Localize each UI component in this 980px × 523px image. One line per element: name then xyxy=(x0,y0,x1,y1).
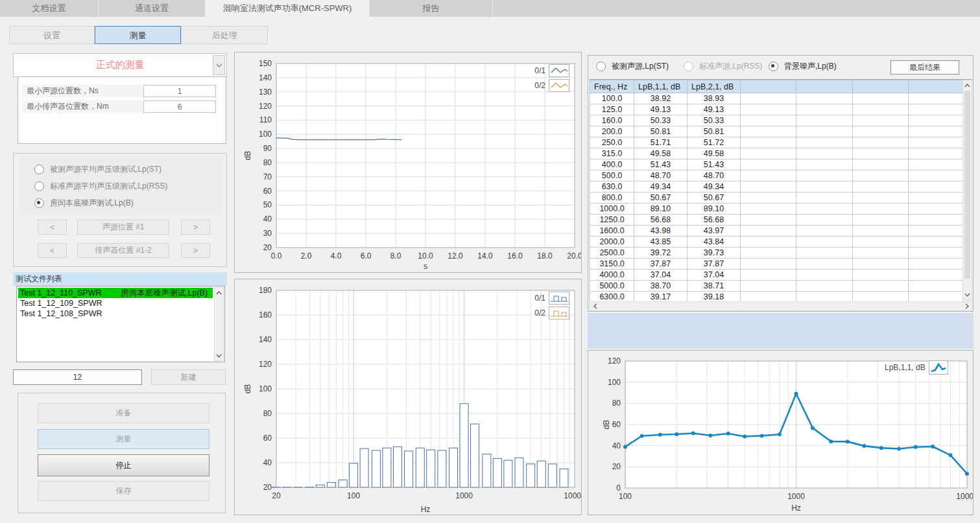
table-row[interactable]: 500.048.7048.70 xyxy=(590,170,963,181)
table-cell[interactable]: 6300.0 xyxy=(590,292,634,303)
radio-icon[interactable] xyxy=(34,165,44,174)
scroll-up-icon[interactable] xyxy=(963,81,972,89)
save-button[interactable]: 保存 xyxy=(38,481,209,501)
radio-icon[interactable] xyxy=(769,62,778,71)
table-cell[interactable] xyxy=(909,148,963,159)
table-cell[interactable]: 89.10 xyxy=(634,203,687,215)
table-cell[interactable] xyxy=(909,259,963,270)
dropdown-button[interactable] xyxy=(213,55,225,75)
table-cell[interactable]: 160.0 xyxy=(590,115,634,126)
radio-icon[interactable] xyxy=(684,62,693,71)
table-column-header[interactable]: Freq., Hz xyxy=(590,80,634,93)
source-prev-button[interactable]: < xyxy=(38,220,67,235)
radio-source-lp-rss[interactable]: 标准声源,Lp(RSS) xyxy=(684,61,762,72)
table-cell[interactable] xyxy=(741,126,796,137)
table-cell[interactable] xyxy=(853,93,909,104)
table-cell[interactable]: 50.33 xyxy=(687,115,741,126)
table-cell[interactable]: 49.13 xyxy=(634,104,687,115)
list-item[interactable]: Test 1_12_109_SPWR xyxy=(18,298,213,308)
table-column-header[interactable] xyxy=(909,80,963,93)
table-row[interactable]: 100.038.9238.93 xyxy=(590,93,963,104)
table-cell[interactable] xyxy=(741,93,796,104)
table-column-header[interactable] xyxy=(741,80,796,93)
table-cell[interactable] xyxy=(796,237,853,248)
table-cell[interactable]: 49.58 xyxy=(687,148,741,159)
table-cell[interactable] xyxy=(796,104,853,115)
ns-input[interactable]: 1 xyxy=(143,85,216,97)
radio-lp-st[interactable]: 被测声源平均声压级测试,Lp(ST) xyxy=(34,164,161,175)
table-cell[interactable]: 51.72 xyxy=(687,137,741,148)
table-cell[interactable] xyxy=(853,237,909,248)
radio-lp-rss[interactable]: 标准声源平均声压级测试,Lp(RSS) xyxy=(34,181,167,192)
table-cell[interactable] xyxy=(909,115,963,126)
table-cell[interactable]: 1000.0 xyxy=(590,203,634,215)
count-button[interactable]: 12 xyxy=(13,369,142,385)
table-cell[interactable] xyxy=(853,215,909,226)
table-cell[interactable]: 250.0 xyxy=(590,137,634,148)
table-cell[interactable] xyxy=(741,181,796,192)
table-cell[interactable]: 3150.0 xyxy=(590,259,634,270)
table-cell[interactable] xyxy=(741,115,796,126)
table-cell[interactable] xyxy=(796,226,853,237)
subtab-measure[interactable]: 测量 xyxy=(95,26,181,44)
table-cell[interactable] xyxy=(853,270,909,281)
table-cell[interactable] xyxy=(909,170,963,181)
table-cell[interactable]: 43.97 xyxy=(687,226,741,237)
table-cell[interactable]: 39.72 xyxy=(634,248,687,259)
table-cell[interactable] xyxy=(796,170,853,181)
table-cell[interactable]: 5000.0 xyxy=(590,281,634,292)
table-cell[interactable]: 43.98 xyxy=(634,226,687,237)
table-row[interactable]: 800.050.6750.67 xyxy=(590,192,963,203)
scroll-thumb[interactable] xyxy=(964,91,970,279)
table-cell[interactable]: 1250.0 xyxy=(590,215,634,226)
table-row[interactable]: 1250.056.6856.68 xyxy=(590,215,963,226)
final-result-button[interactable]: 最后结果 xyxy=(890,60,959,75)
table-cell[interactable]: 51.43 xyxy=(687,159,741,170)
table-cell[interactable] xyxy=(741,137,796,148)
table-cell[interactable] xyxy=(853,181,909,192)
table-cell[interactable]: 39.17 xyxy=(634,292,687,303)
table-cell[interactable]: 2000.0 xyxy=(590,237,634,248)
table-cell[interactable]: 49.34 xyxy=(687,181,741,192)
table-cell[interactable]: 125.0 xyxy=(590,104,634,115)
table-cell[interactable]: 89.10 xyxy=(687,203,741,215)
legend-entry-lpb[interactable]: LpB,1,1, dB xyxy=(885,360,948,375)
table-cell[interactable]: 38.70 xyxy=(634,281,687,292)
table-cell[interactable] xyxy=(909,192,963,203)
tab-mcr-spwr[interactable]: 混响室法测试声功率(MCR-SPWR) xyxy=(206,0,370,17)
table-cell[interactable] xyxy=(853,192,909,203)
table-cell[interactable]: 1600.0 xyxy=(590,226,634,237)
source-next-button[interactable]: > xyxy=(181,220,210,235)
table-row[interactable]: 200.050.8150.81 xyxy=(590,126,963,137)
table-cell[interactable] xyxy=(853,248,909,259)
source-position-button[interactable]: 声源位置 #1 xyxy=(77,220,169,235)
table-cell[interactable] xyxy=(741,203,796,215)
scroll-up-icon[interactable] xyxy=(215,288,223,297)
tab-document-settings[interactable]: 文档设置 xyxy=(0,0,99,17)
radio-lp-b[interactable]: 房间本底噪声测试,Lp(B) xyxy=(34,198,134,209)
table-cell[interactable] xyxy=(796,248,853,259)
table-cell[interactable] xyxy=(909,203,963,215)
table-row[interactable]: 1000.089.1089.10 xyxy=(590,203,963,215)
table-cell[interactable] xyxy=(796,203,853,215)
table-column-header[interactable]: LpB,2,1, dB xyxy=(687,80,741,93)
table-cell[interactable] xyxy=(741,148,796,159)
new-button[interactable]: 新建 xyxy=(151,369,226,385)
table-cell[interactable] xyxy=(909,104,963,115)
table-cell[interactable] xyxy=(796,215,853,226)
table-cell[interactable] xyxy=(741,170,796,181)
table-cell[interactable] xyxy=(796,181,853,192)
table-cell[interactable]: 50.81 xyxy=(687,126,741,137)
table-cell[interactable]: 56.68 xyxy=(687,215,741,226)
table-cell[interactable] xyxy=(741,259,796,270)
radio-background-lp-b[interactable]: 背景噪声,Lp(B) xyxy=(769,61,837,72)
table-cell[interactable] xyxy=(796,137,853,148)
stop-button[interactable]: 停止 xyxy=(38,454,209,476)
subtab-settings[interactable]: 设置 xyxy=(9,26,95,44)
table-column-header[interactable] xyxy=(853,80,909,93)
file-list-scrollbar[interactable] xyxy=(214,287,224,361)
table-cell[interactable]: 50.67 xyxy=(687,192,741,203)
legend-entry-0-2[interactable]: 0/2 xyxy=(534,79,569,92)
table-cell[interactable] xyxy=(796,115,853,126)
table-cell[interactable] xyxy=(909,181,963,192)
